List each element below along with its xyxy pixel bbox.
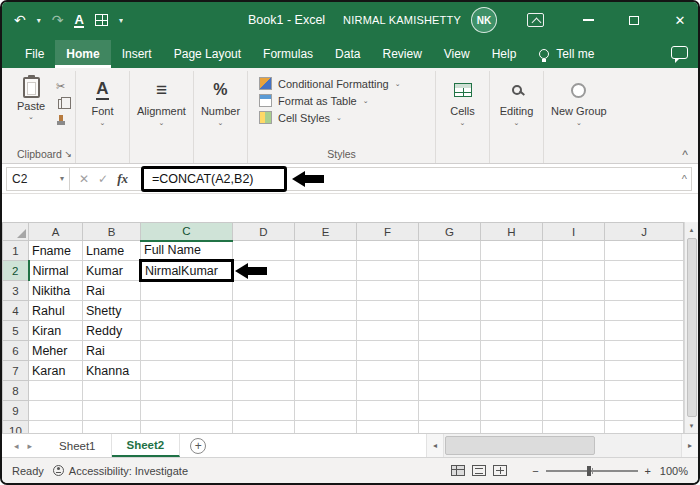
tab-review[interactable]: Review xyxy=(371,40,432,68)
cell-J2[interactable] xyxy=(605,261,684,281)
zoom-out-icon[interactable]: − xyxy=(532,465,538,477)
cell-J9[interactable] xyxy=(605,401,684,421)
sheet-tab-sheet1[interactable]: Sheet1 xyxy=(44,434,111,457)
cell-C4[interactable] xyxy=(141,301,233,321)
number-group-button[interactable]: % Number ⌄ xyxy=(194,71,248,163)
tab-view[interactable]: View xyxy=(433,40,481,68)
cell-I2[interactable] xyxy=(543,261,605,281)
cell-C5[interactable] xyxy=(141,321,233,341)
minimize-button[interactable] xyxy=(570,2,606,38)
cell-C2[interactable]: NirmalKumar xyxy=(141,261,233,281)
row-header-10[interactable]: 10 xyxy=(3,421,29,434)
cell-J10[interactable] xyxy=(605,421,684,434)
cell-B3[interactable]: Rai xyxy=(83,281,141,301)
cell-A6[interactable]: Meher xyxy=(29,341,83,361)
borders-icon[interactable] xyxy=(95,14,108,26)
cell-D7[interactable] xyxy=(233,361,295,381)
row-header-5[interactable]: 5 xyxy=(3,321,29,341)
horizontal-scroll-thumb[interactable] xyxy=(445,436,595,455)
cell-B4[interactable]: Shetty xyxy=(83,301,141,321)
row-header-8[interactable]: 8 xyxy=(3,381,29,401)
row-header-2[interactable]: 2 xyxy=(3,261,29,281)
cell-I7[interactable] xyxy=(543,361,605,381)
cell-G3[interactable] xyxy=(419,281,481,301)
cell-I8[interactable] xyxy=(543,381,605,401)
vertical-scroll-thumb[interactable] xyxy=(687,238,697,417)
account-name[interactable]: NIRMAL KAMISHETTY xyxy=(343,14,461,26)
cell-I3[interactable] xyxy=(543,281,605,301)
cell-F7[interactable] xyxy=(357,361,419,381)
scroll-up-icon[interactable]: ▴ xyxy=(685,222,698,237)
cell-C3[interactable] xyxy=(141,281,233,301)
cell-G1[interactable] xyxy=(419,241,481,261)
horizontal-scrollbar[interactable]: ◂ ▸ xyxy=(426,434,698,457)
cell-E1[interactable] xyxy=(295,241,357,261)
cell-G5[interactable] xyxy=(419,321,481,341)
cancel-icon[interactable]: ✕ xyxy=(79,172,89,186)
cell-A1[interactable]: Fname xyxy=(29,241,83,261)
cell-C7[interactable] xyxy=(141,361,233,381)
cell-F10[interactable] xyxy=(357,421,419,434)
underline-icon[interactable]: A xyxy=(74,13,83,28)
cell-H4[interactable] xyxy=(481,301,543,321)
cell-B5[interactable]: Reddy xyxy=(83,321,141,341)
paste-button[interactable]: Paste ⌄ xyxy=(13,75,49,146)
new-sheet-button[interactable]: + xyxy=(190,438,206,454)
cell-B9[interactable] xyxy=(83,401,141,421)
redo-icon[interactable]: ↷ xyxy=(52,12,64,28)
cell-E8[interactable] xyxy=(295,381,357,401)
cell-E3[interactable] xyxy=(295,281,357,301)
cell-H7[interactable] xyxy=(481,361,543,381)
cell-G10[interactable] xyxy=(419,421,481,434)
cell-H9[interactable] xyxy=(481,401,543,421)
comments-icon[interactable] xyxy=(671,46,688,59)
cell-A9[interactable] xyxy=(29,401,83,421)
cell-D8[interactable] xyxy=(233,381,295,401)
cell-E9[interactable] xyxy=(295,401,357,421)
cell-H10[interactable] xyxy=(481,421,543,434)
cell-D1[interactable] xyxy=(233,241,295,261)
cell-F1[interactable] xyxy=(357,241,419,261)
name-box-dropdown-icon[interactable]: ▾ xyxy=(60,174,64,183)
cell-I4[interactable] xyxy=(543,301,605,321)
cell-B10[interactable] xyxy=(83,421,141,434)
cell-C9[interactable] xyxy=(141,401,233,421)
cell-D3[interactable] xyxy=(233,281,295,301)
format-as-table-button[interactable]: Format as Table ⌄ xyxy=(259,94,426,107)
cell-F9[interactable] xyxy=(357,401,419,421)
col-header-G[interactable]: G xyxy=(419,223,481,241)
expand-formula-bar-icon[interactable]: ^ xyxy=(682,173,687,185)
col-header-B[interactable]: B xyxy=(83,223,141,241)
name-box[interactable]: C2 ▾ xyxy=(6,167,70,191)
cell-C8[interactable] xyxy=(141,381,233,401)
copy-icon[interactable] xyxy=(58,99,66,109)
cell-G6[interactable] xyxy=(419,341,481,361)
scroll-left-icon[interactable]: ◂ xyxy=(426,434,443,457)
cell-C10[interactable] xyxy=(141,421,233,434)
cell-I5[interactable] xyxy=(543,321,605,341)
undo-icon[interactable]: ↶ xyxy=(14,12,26,28)
tab-file[interactable]: File xyxy=(14,40,55,68)
cell-G8[interactable] xyxy=(419,381,481,401)
row-header-7[interactable]: 7 xyxy=(3,361,29,381)
cell-F8[interactable] xyxy=(357,381,419,401)
clipboard-dialog-launcher-icon[interactable]: ↘ xyxy=(64,149,72,159)
col-header-E[interactable]: E xyxy=(295,223,357,241)
scroll-down-icon[interactable]: ▾ xyxy=(685,418,698,433)
page-layout-view-icon[interactable] xyxy=(472,465,486,476)
cell-B6[interactable]: Rai xyxy=(83,341,141,361)
cut-icon[interactable]: ✂ xyxy=(56,80,66,93)
col-header-C[interactable]: C xyxy=(141,223,233,241)
cell-D6[interactable] xyxy=(233,341,295,361)
select-all[interactable] xyxy=(3,223,29,241)
col-header-D[interactable]: D xyxy=(233,223,295,241)
cell-H3[interactable] xyxy=(481,281,543,301)
cell-A10[interactable] xyxy=(29,421,83,434)
font-group-button[interactable]: A Font ⌄ xyxy=(76,71,130,163)
cell-E5[interactable] xyxy=(295,321,357,341)
cell-B7[interactable]: Khanna xyxy=(83,361,141,381)
horizontal-scroll-track[interactable] xyxy=(443,434,681,457)
col-header-I[interactable]: I xyxy=(543,223,605,241)
cell-H2[interactable] xyxy=(481,261,543,281)
ribbon-display-options-icon[interactable] xyxy=(527,13,544,27)
